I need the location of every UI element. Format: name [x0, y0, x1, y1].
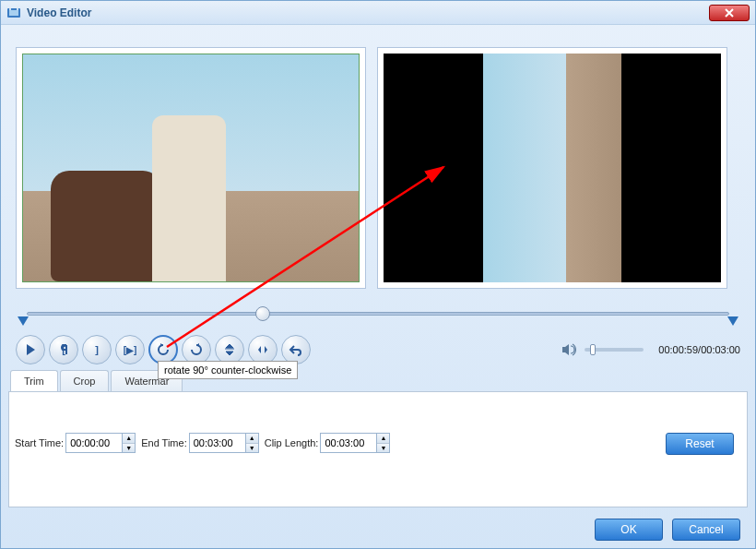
- timeline-track[interactable]: [27, 312, 729, 316]
- undo-icon: [289, 342, 303, 357]
- preview-row: [1, 25, 755, 298]
- clip-length-input[interactable]: [321, 434, 376, 452]
- start-time-label: Start Time:: [15, 437, 64, 448]
- volume-slider[interactable]: [585, 348, 644, 352]
- clip-length-label: Clip Length:: [265, 437, 319, 448]
- end-time-input[interactable]: [190, 434, 245, 452]
- end-time-label: End Time:: [141, 437, 187, 448]
- spin-up[interactable]: ▲: [377, 434, 389, 444]
- timeline-playhead[interactable]: [255, 306, 270, 321]
- preview-original: [16, 47, 366, 289]
- play-button[interactable]: [16, 335, 45, 364]
- cancel-button[interactable]: Cancel: [672, 519, 740, 541]
- rotate-ccw-icon: [156, 342, 171, 357]
- ok-button[interactable]: OK: [595, 519, 663, 541]
- spin-down[interactable]: ▼: [246, 444, 258, 453]
- titlebar: Video Editor: [1, 1, 755, 25]
- rotate-cw-icon: [189, 342, 204, 357]
- tab-trim[interactable]: Trim: [10, 370, 58, 391]
- volume-thumb[interactable]: [590, 344, 596, 355]
- trim-panel: Start Time: ▲▼ End Time: ▲▼ Clip Length:…: [8, 391, 748, 507]
- timeline[interactable]: [18, 304, 738, 324]
- play-segment-button[interactable]: [▶]: [115, 335, 145, 364]
- spin-up[interactable]: ▲: [246, 434, 258, 444]
- window-title: Video Editor: [27, 6, 709, 19]
- controls-row: [ ] [▶] rotate 90° counter-clockwise 00:…: [1, 335, 755, 370]
- flip-horizontal-icon: [255, 342, 270, 357]
- output-video-frame: [483, 54, 621, 282]
- close-button[interactable]: [709, 5, 750, 21]
- timeline-in-marker[interactable]: [18, 316, 29, 326]
- preview-output: [377, 47, 727, 289]
- start-time-spinbox[interactable]: ▲▼: [65, 433, 136, 453]
- time-current: 00:00:59: [658, 344, 698, 355]
- mark-in-button[interactable]: [: [49, 335, 78, 364]
- time-readout: 00:00:59/00:03:00: [658, 343, 740, 356]
- close-icon: [722, 6, 737, 20]
- trim-fields: Start Time: ▲▼ End Time: ▲▼ Clip Length:…: [11, 433, 738, 453]
- svg-point-2: [9, 8, 11, 10]
- time-total: 00:03:00: [701, 344, 740, 355]
- clip-length-spinbox[interactable]: ▲▼: [320, 433, 390, 453]
- tab-crop[interactable]: Crop: [60, 370, 110, 391]
- tooltip: rotate 90° counter-clockwise: [158, 361, 298, 379]
- footer-buttons: OK Cancel: [595, 519, 740, 541]
- mark-out-button[interactable]: ]: [82, 335, 112, 364]
- spin-down[interactable]: ▼: [123, 444, 135, 453]
- play-icon: [23, 342, 38, 357]
- svg-rect-1: [9, 10, 18, 16]
- spin-up[interactable]: ▲: [123, 434, 135, 444]
- original-video-frame: [22, 54, 360, 282]
- end-time-spinbox[interactable]: ▲▼: [189, 433, 259, 453]
- timeline-out-marker[interactable]: [727, 316, 738, 326]
- svg-point-3: [17, 8, 18, 10]
- tabs: Trim Crop Watermar: [10, 370, 755, 391]
- spin-down[interactable]: ▼: [377, 444, 389, 453]
- volume-icon[interactable]: [561, 341, 577, 358]
- reset-button[interactable]: Reset: [666, 433, 734, 455]
- start-time-input[interactable]: [66, 434, 122, 452]
- flip-vertical-icon: [222, 342, 237, 357]
- app-icon: [6, 6, 21, 20]
